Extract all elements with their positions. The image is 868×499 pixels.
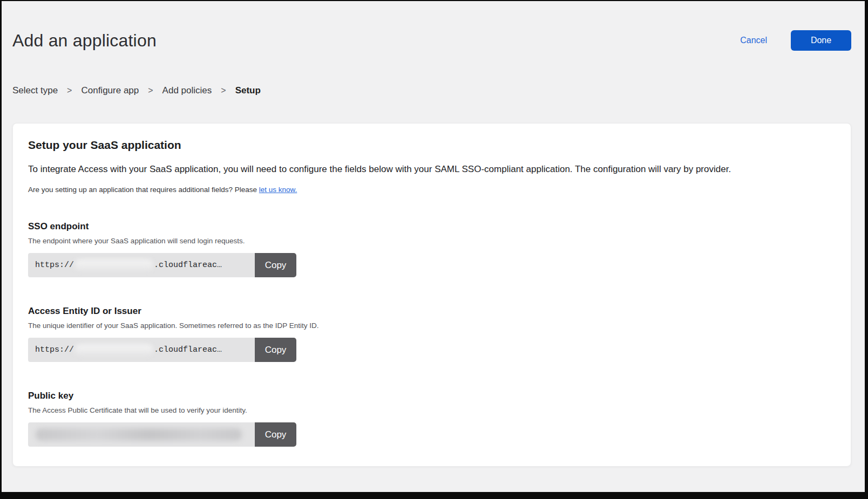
field-label: Access Entity ID or Issuer <box>28 306 836 317</box>
copy-button-public-key[interactable]: Copy <box>255 422 296 447</box>
breadcrumb-step-add-policies[interactable]: Add policies <box>162 85 212 96</box>
field-row: Copy <box>28 422 296 447</box>
header-actions: Cancel Done <box>740 30 851 51</box>
field-label: SSO endpoint <box>28 221 836 232</box>
note-text: Are you setting up an application that r… <box>28 186 259 194</box>
field-label: Public key <box>28 391 836 401</box>
field-row: https:// .cloudflareac… Copy <box>28 253 296 277</box>
page-title: Add an application <box>12 31 157 51</box>
value-prefix: https:// <box>35 261 74 270</box>
breadcrumb-separator: > <box>148 86 153 95</box>
page-content: Add an application Cancel Done Select ty… <box>2 30 865 467</box>
breadcrumb-step-select-type[interactable]: Select type <box>12 85 58 96</box>
additional-fields-note: Are you setting up an application that r… <box>28 186 836 194</box>
sso-endpoint-value: https:// .cloudflareac… <box>28 253 255 277</box>
value-suffix: .cloudflareac… <box>154 345 222 354</box>
page-header: Add an application Cancel Done <box>12 30 851 51</box>
done-button[interactable]: Done <box>791 30 851 51</box>
value-prefix: https:// <box>35 345 74 354</box>
field-row: https:// .cloudflareac… Copy <box>28 338 296 362</box>
public-key-section: Public key The Access Public Certificate… <box>28 391 836 447</box>
breadcrumb-separator: > <box>67 86 72 95</box>
redacted-value-blur <box>74 259 153 271</box>
value-suffix: .cloudflareac… <box>154 261 222 270</box>
window-frame: Add an application Cancel Done Select ty… <box>0 0 868 499</box>
public-key-value <box>28 422 255 447</box>
field-description: The Access Public Certificate that will … <box>28 406 836 414</box>
field-description: The endpoint where your SaaS application… <box>28 237 836 245</box>
intro-text: To integrate Access with your SaaS appli… <box>28 163 836 175</box>
redacted-value-blur <box>36 428 242 441</box>
cancel-button[interactable]: Cancel <box>740 36 767 45</box>
copy-button-entity-id[interactable]: Copy <box>255 338 296 362</box>
copy-button-sso-endpoint[interactable]: Copy <box>255 253 296 277</box>
breadcrumb-step-configure-app[interactable]: Configure app <box>81 85 139 96</box>
redacted-value-blur <box>74 344 153 356</box>
field-description: The unique identifier of your SaaS appli… <box>28 322 836 330</box>
setup-card: Setup your SaaS application To integrate… <box>12 123 851 467</box>
entity-id-value: https:// .cloudflareac… <box>28 338 255 362</box>
breadcrumb-step-setup: Setup <box>235 85 261 96</box>
breadcrumb-separator: > <box>221 86 226 95</box>
entity-id-section: Access Entity ID or Issuer The unique id… <box>28 306 836 362</box>
sso-endpoint-section: SSO endpoint The endpoint where your Saa… <box>28 221 836 277</box>
card-heading: Setup your SaaS application <box>28 139 836 152</box>
let-us-know-link[interactable]: let us know. <box>259 186 297 194</box>
breadcrumb: Select type > Configure app > Add polici… <box>12 85 851 96</box>
